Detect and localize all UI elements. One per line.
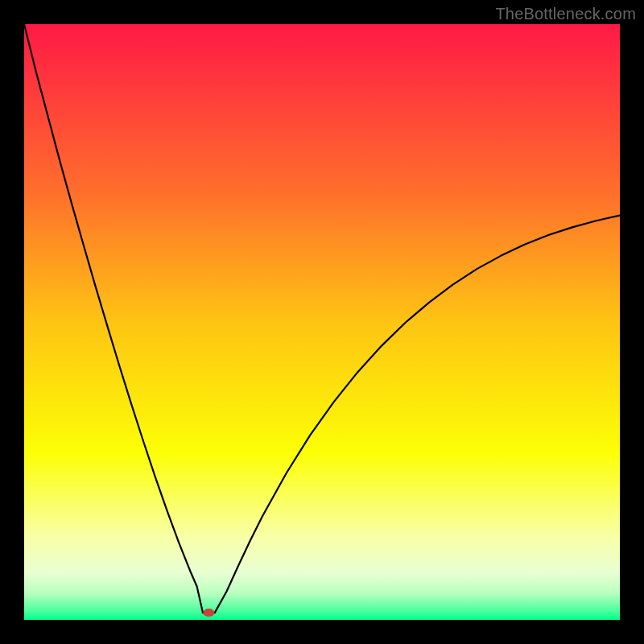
watermark-text: TheBottleneck.com	[495, 5, 636, 23]
vertex-marker	[203, 609, 214, 617]
gradient-background	[24, 24, 620, 620]
chart-frame: TheBottleneck.com	[0, 0, 644, 644]
plot-area	[24, 24, 620, 620]
plot-svg	[24, 24, 620, 620]
